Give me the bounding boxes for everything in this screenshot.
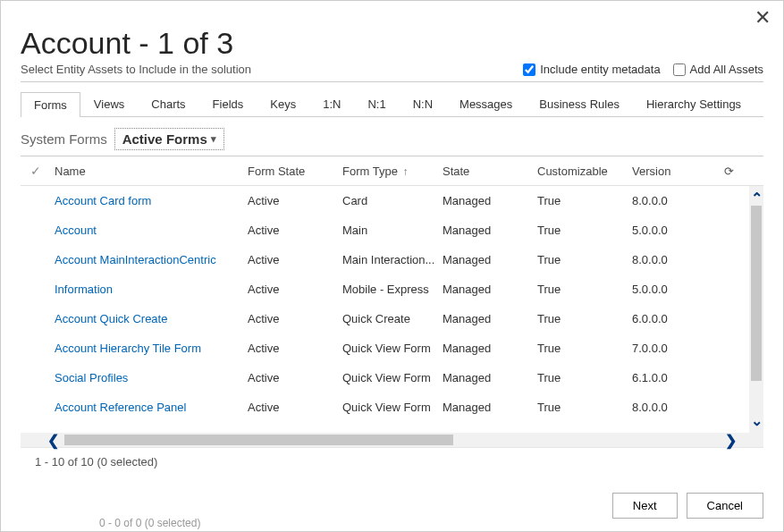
row-version: 8.0.0.0 [628,251,718,268]
table-row[interactable]: Recent Cases and EntitlementsActiveQuick… [21,422,747,433]
hscroll-thumb[interactable] [64,435,453,445]
sort-asc-icon: ↑ [403,165,409,178]
scroll-right-icon[interactable]: ❯ [725,432,737,449]
rows-viewport: Account Card formActiveCardManagedTrue8.… [21,186,763,433]
row-customizable: True [534,251,628,268]
row-name-link[interactable]: Account Reference Panel [51,399,244,416]
row-check[interactable] [21,258,51,262]
tab-1-n[interactable]: 1:N [309,91,354,116]
row-form-type: Quick View Form [339,428,439,433]
table-row[interactable]: InformationActiveMobile - ExpressManaged… [21,274,747,304]
cancel-button[interactable]: Cancel [687,493,763,519]
vscroll-thumb[interactable] [751,206,762,381]
row-name-link[interactable]: Information [51,281,244,298]
hscroll-track[interactable] [64,435,720,445]
row-form-type: Quick View Form [339,369,439,386]
row-form-state: Active [244,428,339,433]
row-name-link[interactable]: Account MainInteractionCentric [51,251,244,268]
row-version: 7.0.0.0 [628,340,718,357]
row-form-type: Card [339,192,439,209]
include-metadata-label[interactable]: Include entity metadata [523,63,660,76]
row-state: Managed [439,340,534,357]
horizontal-scrollbar[interactable]: ❮ ❯ [21,433,763,447]
row-state: Managed [439,310,534,327]
row-name-link[interactable]: Account [51,222,244,239]
tab-n-1[interactable]: N:1 [354,91,399,116]
select-all-header[interactable]: ✓ [21,162,51,180]
row-state: Managed [439,281,534,298]
row-state: Managed [439,399,534,416]
row-state: Managed [439,369,534,386]
row-customizable: True [534,428,628,433]
row-check[interactable] [21,288,51,291]
row-check[interactable] [21,229,51,232]
row-version: 6.0.0.0 [628,310,718,327]
row-customizable: True [534,281,628,298]
subtitle-row: Select Entity Assets to Include in the s… [21,63,763,82]
row-check[interactable] [21,376,51,380]
tab-fields[interactable]: Fields [199,91,257,116]
col-name[interactable]: Name [51,163,244,180]
col-customizable[interactable]: Customizable [534,163,628,180]
grid-header: ✓ Name Form State Form Type ↑ State Cust… [21,156,763,186]
tab-messages[interactable]: Messages [446,91,526,116]
tab-hierarchy-settings[interactable]: Hierarchy Settings [633,91,754,116]
filter-row: System Forms Active Forms ▾ [21,128,763,150]
table-row[interactable]: AccountActiveMainManagedTrue5.0.0.0 [21,215,747,245]
row-name-link[interactable]: Account Quick Create [51,310,244,327]
next-button[interactable]: Next [612,493,678,519]
row-form-state: Active [244,340,339,357]
col-form-state[interactable]: Form State [244,163,339,180]
row-name-link[interactable]: Account Hierarchy Tile Form [51,340,244,357]
row-form-state: Active [244,399,339,416]
row-customizable: True [534,399,628,416]
close-icon[interactable]: ✕ [754,8,771,28]
table-row[interactable]: Account Reference PanelActiveQuick View … [21,393,747,422]
table-row[interactable]: Account Hierarchy Tile FormActiveQuick V… [21,334,747,363]
table-row[interactable]: Account Card formActiveCardManagedTrue8.… [21,186,747,215]
row-form-type: Main [339,222,439,239]
table-row[interactable]: Account MainInteractionCentricActiveMain… [21,245,747,274]
tab-charts[interactable]: Charts [138,91,198,116]
page-title: Account - 1 of 3 [21,26,763,61]
scroll-down-icon[interactable]: ⌄ [751,409,763,433]
grid-status: 1 - 10 of 10 (0 selected) [21,447,763,476]
row-state: Managed [439,428,534,433]
row-state: Managed [439,192,534,209]
tab-n-n[interactable]: N:N [400,91,446,116]
tab-business-rules[interactable]: Business Rules [526,91,633,116]
vertical-scrollbar[interactable]: ⌃ ⌄ [749,186,763,433]
row-check[interactable] [21,317,51,321]
dialog-buttons: Next Cancel [612,493,763,519]
row-form-state: Active [244,192,339,209]
refresh-icon[interactable]: ⟳ [718,163,739,180]
row-form-state: Active [244,222,339,239]
row-version: 5.0.0.0 [628,222,718,239]
row-form-type: Quick View Form [339,340,439,357]
tab-views[interactable]: Views [80,91,138,116]
include-metadata-checkbox[interactable] [523,63,535,76]
row-check[interactable] [21,406,51,410]
subtitle: Select Entity Assets to Include in the s… [21,63,251,76]
row-version: 8.0.0.0 [628,428,718,433]
tabstrip: FormsViewsChartsFieldsKeys1:NN:1N:NMessa… [21,91,763,117]
add-all-assets-checkbox[interactable] [673,63,686,76]
col-state[interactable]: State [439,163,534,180]
col-form-type[interactable]: Form Type ↑ [339,163,439,180]
row-form-type: Quick Create [339,310,439,327]
row-check[interactable] [21,199,51,203]
row-name-link[interactable]: Account Card form [51,192,244,209]
row-name-link[interactable]: Social Profiles [51,369,244,386]
table-row[interactable]: Account Quick CreateActiveQuick CreateMa… [21,304,747,334]
col-version[interactable]: Version [628,163,718,180]
row-name-link[interactable]: Recent Cases and Entitlements [51,428,244,433]
row-check[interactable] [21,347,51,350]
rows-host: Account Card formActiveCardManagedTrue8.… [21,186,747,433]
scroll-left-icon[interactable]: ❮ [47,432,59,449]
table-row[interactable]: Social ProfilesActiveQuick View FormMana… [21,363,747,393]
add-all-assets-label[interactable]: Add All Assets [673,63,763,76]
tab-forms[interactable]: Forms [21,92,80,117]
filter-dropdown[interactable]: Active Forms ▾ [114,128,224,150]
row-state: Managed [439,222,534,239]
tab-keys[interactable]: Keys [257,91,309,116]
